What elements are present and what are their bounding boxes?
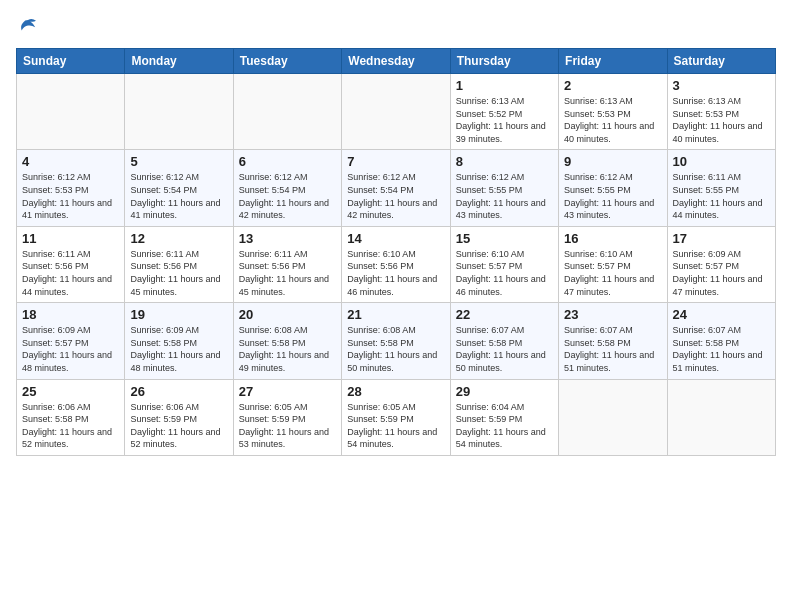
cell-info: Sunrise: 6:07 AM Sunset: 5:58 PM Dayligh… (564, 324, 661, 374)
day-number: 22 (456, 307, 553, 322)
day-number: 23 (564, 307, 661, 322)
day-number: 24 (673, 307, 770, 322)
day-number: 18 (22, 307, 119, 322)
cell-info: Sunrise: 6:12 AM Sunset: 5:55 PM Dayligh… (456, 171, 553, 221)
calendar-cell: 19 Sunrise: 6:09 AM Sunset: 5:58 PM Dayl… (125, 303, 233, 379)
day-number: 25 (22, 384, 119, 399)
calendar-cell: 11 Sunrise: 6:11 AM Sunset: 5:56 PM Dayl… (17, 226, 125, 302)
calendar-cell: 1 Sunrise: 6:13 AM Sunset: 5:52 PM Dayli… (450, 74, 558, 150)
day-number: 1 (456, 78, 553, 93)
cell-info: Sunrise: 6:12 AM Sunset: 5:55 PM Dayligh… (564, 171, 661, 221)
day-number: 20 (239, 307, 336, 322)
calendar-cell: 16 Sunrise: 6:10 AM Sunset: 5:57 PM Dayl… (559, 226, 667, 302)
calendar-cell: 26 Sunrise: 6:06 AM Sunset: 5:59 PM Dayl… (125, 379, 233, 455)
calendar-cell: 27 Sunrise: 6:05 AM Sunset: 5:59 PM Dayl… (233, 379, 341, 455)
cell-info: Sunrise: 6:11 AM Sunset: 5:56 PM Dayligh… (239, 248, 336, 298)
day-number: 14 (347, 231, 444, 246)
calendar-cell: 12 Sunrise: 6:11 AM Sunset: 5:56 PM Dayl… (125, 226, 233, 302)
cell-info: Sunrise: 6:10 AM Sunset: 5:57 PM Dayligh… (564, 248, 661, 298)
day-number: 13 (239, 231, 336, 246)
day-number: 29 (456, 384, 553, 399)
calendar-cell: 29 Sunrise: 6:04 AM Sunset: 5:59 PM Dayl… (450, 379, 558, 455)
day-number: 9 (564, 154, 661, 169)
calendar-cell (17, 74, 125, 150)
calendar-week-row: 11 Sunrise: 6:11 AM Sunset: 5:56 PM Dayl… (17, 226, 776, 302)
calendar-cell: 17 Sunrise: 6:09 AM Sunset: 5:57 PM Dayl… (667, 226, 775, 302)
logo (16, 16, 44, 40)
calendar-body: 1 Sunrise: 6:13 AM Sunset: 5:52 PM Dayli… (17, 74, 776, 456)
calendar-header-friday: Friday (559, 49, 667, 74)
calendar-week-row: 4 Sunrise: 6:12 AM Sunset: 5:53 PM Dayli… (17, 150, 776, 226)
day-number: 2 (564, 78, 661, 93)
cell-info: Sunrise: 6:11 AM Sunset: 5:56 PM Dayligh… (130, 248, 227, 298)
cell-info: Sunrise: 6:13 AM Sunset: 5:52 PM Dayligh… (456, 95, 553, 145)
cell-info: Sunrise: 6:07 AM Sunset: 5:58 PM Dayligh… (456, 324, 553, 374)
calendar-week-row: 1 Sunrise: 6:13 AM Sunset: 5:52 PM Dayli… (17, 74, 776, 150)
day-number: 19 (130, 307, 227, 322)
day-number: 8 (456, 154, 553, 169)
calendar-cell (667, 379, 775, 455)
calendar-week-row: 18 Sunrise: 6:09 AM Sunset: 5:57 PM Dayl… (17, 303, 776, 379)
calendar-cell: 15 Sunrise: 6:10 AM Sunset: 5:57 PM Dayl… (450, 226, 558, 302)
day-number: 27 (239, 384, 336, 399)
cell-info: Sunrise: 6:13 AM Sunset: 5:53 PM Dayligh… (673, 95, 770, 145)
cell-info: Sunrise: 6:08 AM Sunset: 5:58 PM Dayligh… (239, 324, 336, 374)
cell-info: Sunrise: 6:05 AM Sunset: 5:59 PM Dayligh… (239, 401, 336, 451)
calendar-cell: 28 Sunrise: 6:05 AM Sunset: 5:59 PM Dayl… (342, 379, 450, 455)
cell-info: Sunrise: 6:05 AM Sunset: 5:59 PM Dayligh… (347, 401, 444, 451)
cell-info: Sunrise: 6:09 AM Sunset: 5:57 PM Dayligh… (673, 248, 770, 298)
cell-info: Sunrise: 6:06 AM Sunset: 5:59 PM Dayligh… (130, 401, 227, 451)
cell-info: Sunrise: 6:08 AM Sunset: 5:58 PM Dayligh… (347, 324, 444, 374)
cell-info: Sunrise: 6:11 AM Sunset: 5:55 PM Dayligh… (673, 171, 770, 221)
calendar-cell (342, 74, 450, 150)
cell-info: Sunrise: 6:11 AM Sunset: 5:56 PM Dayligh… (22, 248, 119, 298)
calendar-table: SundayMondayTuesdayWednesdayThursdayFrid… (16, 48, 776, 456)
cell-info: Sunrise: 6:06 AM Sunset: 5:58 PM Dayligh… (22, 401, 119, 451)
cell-info: Sunrise: 6:10 AM Sunset: 5:57 PM Dayligh… (456, 248, 553, 298)
calendar-cell (125, 74, 233, 150)
calendar-cell: 6 Sunrise: 6:12 AM Sunset: 5:54 PM Dayli… (233, 150, 341, 226)
day-number: 7 (347, 154, 444, 169)
calendar-cell: 10 Sunrise: 6:11 AM Sunset: 5:55 PM Dayl… (667, 150, 775, 226)
cell-info: Sunrise: 6:12 AM Sunset: 5:53 PM Dayligh… (22, 171, 119, 221)
calendar-header-row: SundayMondayTuesdayWednesdayThursdayFrid… (17, 49, 776, 74)
day-number: 4 (22, 154, 119, 169)
calendar-cell: 22 Sunrise: 6:07 AM Sunset: 5:58 PM Dayl… (450, 303, 558, 379)
day-number: 17 (673, 231, 770, 246)
calendar-cell: 5 Sunrise: 6:12 AM Sunset: 5:54 PM Dayli… (125, 150, 233, 226)
page-header (16, 16, 776, 40)
day-number: 12 (130, 231, 227, 246)
calendar-cell: 21 Sunrise: 6:08 AM Sunset: 5:58 PM Dayl… (342, 303, 450, 379)
calendar-cell: 20 Sunrise: 6:08 AM Sunset: 5:58 PM Dayl… (233, 303, 341, 379)
cell-info: Sunrise: 6:12 AM Sunset: 5:54 PM Dayligh… (347, 171, 444, 221)
calendar-cell: 7 Sunrise: 6:12 AM Sunset: 5:54 PM Dayli… (342, 150, 450, 226)
calendar-cell: 9 Sunrise: 6:12 AM Sunset: 5:55 PM Dayli… (559, 150, 667, 226)
cell-info: Sunrise: 6:13 AM Sunset: 5:53 PM Dayligh… (564, 95, 661, 145)
day-number: 3 (673, 78, 770, 93)
calendar-cell (233, 74, 341, 150)
calendar-cell: 14 Sunrise: 6:10 AM Sunset: 5:56 PM Dayl… (342, 226, 450, 302)
cell-info: Sunrise: 6:12 AM Sunset: 5:54 PM Dayligh… (130, 171, 227, 221)
calendar-cell: 24 Sunrise: 6:07 AM Sunset: 5:58 PM Dayl… (667, 303, 775, 379)
day-number: 6 (239, 154, 336, 169)
calendar-header-saturday: Saturday (667, 49, 775, 74)
day-number: 5 (130, 154, 227, 169)
cell-info: Sunrise: 6:10 AM Sunset: 5:56 PM Dayligh… (347, 248, 444, 298)
cell-info: Sunrise: 6:12 AM Sunset: 5:54 PM Dayligh… (239, 171, 336, 221)
calendar-cell: 25 Sunrise: 6:06 AM Sunset: 5:58 PM Dayl… (17, 379, 125, 455)
day-number: 11 (22, 231, 119, 246)
day-number: 21 (347, 307, 444, 322)
calendar-header-tuesday: Tuesday (233, 49, 341, 74)
cell-info: Sunrise: 6:07 AM Sunset: 5:58 PM Dayligh… (673, 324, 770, 374)
calendar-cell: 13 Sunrise: 6:11 AM Sunset: 5:56 PM Dayl… (233, 226, 341, 302)
logo-bird-icon (16, 16, 40, 40)
calendar-header-wednesday: Wednesday (342, 49, 450, 74)
calendar-cell: 8 Sunrise: 6:12 AM Sunset: 5:55 PM Dayli… (450, 150, 558, 226)
calendar-cell: 2 Sunrise: 6:13 AM Sunset: 5:53 PM Dayli… (559, 74, 667, 150)
calendar-header-sunday: Sunday (17, 49, 125, 74)
cell-info: Sunrise: 6:09 AM Sunset: 5:57 PM Dayligh… (22, 324, 119, 374)
calendar-cell: 4 Sunrise: 6:12 AM Sunset: 5:53 PM Dayli… (17, 150, 125, 226)
cell-info: Sunrise: 6:09 AM Sunset: 5:58 PM Dayligh… (130, 324, 227, 374)
calendar-week-row: 25 Sunrise: 6:06 AM Sunset: 5:58 PM Dayl… (17, 379, 776, 455)
calendar-header-monday: Monday (125, 49, 233, 74)
